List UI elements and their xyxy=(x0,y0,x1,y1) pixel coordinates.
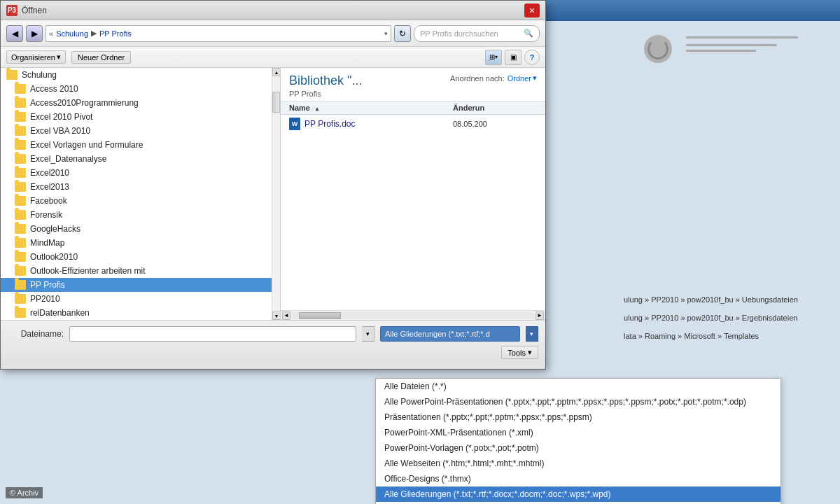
library-title: Bibliothek "... xyxy=(289,74,362,88)
dropdown-menu-item[interactable]: PowerPoint-XML-Präsentationen (*.xml) xyxy=(376,425,780,440)
folder-item-label: Excel 2010 Pivot xyxy=(30,112,92,122)
close-button[interactable]: × xyxy=(524,4,540,18)
folder-icon xyxy=(15,98,26,108)
folder-item[interactable]: Forensik xyxy=(1,208,272,222)
forward-icon: ▶ xyxy=(31,29,38,38)
folder-item[interactable]: relDatenbanken xyxy=(1,306,272,320)
address-chevron: ▶ xyxy=(91,29,97,38)
folder-item-label: Access2010Programmierung xyxy=(30,98,139,108)
breadcrumb-bg: ulung » PP2010 » pow2010f_bu » Uebungsda… xyxy=(624,295,798,350)
scroll-thumb[interactable] xyxy=(272,92,280,113)
dialog-title: Öffnen xyxy=(22,6,523,15)
filetype-select[interactable]: Alle Gliederungen (*.txt;*.rtf;*.d xyxy=(380,326,520,342)
folder-item[interactable]: Facebook xyxy=(1,194,272,208)
folder-icon xyxy=(15,266,26,276)
bg-line-2 xyxy=(686,44,777,46)
organize-arrow-icon: ▾ xyxy=(57,52,61,62)
folder-item[interactable]: Excel VBA 2010 xyxy=(1,124,272,138)
folder-item[interactable]: PP Profis xyxy=(1,278,272,292)
folder-item[interactable]: Access2010Programmierung xyxy=(1,96,272,110)
filetype-dropdown-menu: Alle Dateien (*.*)Alle PowerPoint-Präsen… xyxy=(375,378,781,504)
address-part-profis: PP Profis xyxy=(99,29,132,38)
folder-icon xyxy=(15,182,26,192)
organize-button[interactable]: Organisieren ▾ xyxy=(6,50,66,64)
dropdown-menu-item[interactable]: Alle Webseiten (*.htm;*.html;*.mht;*.mht… xyxy=(376,456,780,471)
breadcrumb-item: lata » Roaming » Microsoft » Templates xyxy=(624,332,798,340)
folder-item[interactable]: Outlook-Effizienter arbeiten mit xyxy=(1,264,272,278)
file-date-label: 08.05.200 xyxy=(453,120,537,128)
dropdown-menu-item[interactable]: Alle Gliederungen (*.txt;*.rtf;*.docx;*.… xyxy=(376,486,780,502)
scroll-thumb[interactable] xyxy=(299,312,341,319)
folder-item[interactable]: Access 2010 xyxy=(1,82,272,96)
address-bar[interactable]: « Schulung ▶ PP Profis ▾ xyxy=(46,25,391,42)
filetype-label: Alle Gliederungen (*.txt;*.rtf;*.d xyxy=(385,330,490,338)
scroll-right-button[interactable]: ► xyxy=(536,312,544,320)
folder-icon xyxy=(15,126,26,136)
refresh-button[interactable]: ↻ xyxy=(394,25,411,42)
tools-button[interactable]: Tools ▾ xyxy=(501,346,538,359)
left-panel: SchulungAccess 2010Access2010Programmier… xyxy=(1,68,281,320)
folder-item[interactable]: Excel Vorlagen und Formulare xyxy=(1,138,272,152)
folder-item-label: PP Profis xyxy=(30,280,65,290)
filename-label: Dateiname: xyxy=(8,329,64,339)
panel-button[interactable]: ▣ xyxy=(505,50,522,65)
folder-item[interactable]: Excel2013 xyxy=(1,180,272,194)
folder-icon xyxy=(15,224,26,234)
main-content: SchulungAccess 2010Access2010Programmier… xyxy=(1,68,545,320)
view-dropdown-arrow: ▾ xyxy=(495,54,498,60)
folder-item-label: Forensik xyxy=(30,210,62,220)
forward-button[interactable]: ▶ xyxy=(26,25,43,42)
dropdown-menu-item[interactable]: PowerPoint-Vorlagen (*.potx;*.pot;*.potm… xyxy=(376,440,780,456)
folder-item-label: Excel_Datenanalyse xyxy=(30,154,106,164)
folder-list: SchulungAccess 2010Access2010Programmier… xyxy=(1,68,272,320)
filename-row: Dateiname: ▾ Alle Gliederungen (*.txt;*.… xyxy=(8,326,538,342)
folder-icon xyxy=(15,308,26,318)
dropdown-menu-item[interactable]: Präsentationen (*.pptx;*.ppt;*.pptm;*.pp… xyxy=(376,410,780,425)
help-button[interactable]: ? xyxy=(524,50,540,65)
folder-item-label: Outlook-Effizienter arbeiten mit xyxy=(30,266,146,276)
open-dialog: P3 Öffnen × ◀ ▶ « Schulung ▶ PP Profis ▾… xyxy=(0,0,546,370)
arrange-label: Anordnen nach: xyxy=(450,74,505,83)
folder-item[interactable]: GoogleHacks xyxy=(1,222,272,236)
folder-icon xyxy=(6,70,18,80)
folder-item-label: Access 2010 xyxy=(30,84,78,94)
folder-item[interactable]: Excel_Datenanalyse xyxy=(1,152,272,166)
title-bar: P3 Öffnen × xyxy=(1,1,545,20)
dialog-icon: P3 xyxy=(6,5,18,16)
scroll-down-button[interactable]: ▼ xyxy=(272,312,281,320)
arrange-value-button[interactable]: Ordner ▾ xyxy=(507,74,537,83)
filename-dropdown-arrow[interactable]: ▾ xyxy=(362,326,374,342)
back-button[interactable]: ◀ xyxy=(6,25,23,42)
folder-item[interactable]: MindMap xyxy=(1,236,272,250)
folder-item[interactable]: Excel2010 xyxy=(1,166,272,180)
vertical-scrollbar[interactable]: ▲ ▼ xyxy=(272,68,280,320)
view-button[interactable]: ⊞ ▾ xyxy=(485,50,502,65)
dropdown-menu-item[interactable]: Alle Dateien (*.*) xyxy=(376,379,780,394)
folder-item[interactable]: Excel 2010 Pivot xyxy=(1,110,272,124)
file-item[interactable]: WPP Profis.doc08.05.200 xyxy=(281,115,545,133)
filetype-dropdown-arrow[interactable]: ▾ xyxy=(526,326,538,342)
horizontal-scrollbar[interactable]: ◄ ► xyxy=(281,310,545,320)
scroll-left-button[interactable]: ◄ xyxy=(282,312,290,320)
folder-item-label: PP2010 xyxy=(30,294,60,304)
address-separator: « xyxy=(49,29,53,38)
folder-item-label: Excel Vorlagen und Formulare xyxy=(30,140,143,150)
help-icon: ? xyxy=(530,53,535,62)
folder-icon xyxy=(15,210,26,220)
folder-item-label: Excel2010 xyxy=(30,168,69,178)
address-dropdown-arrow[interactable]: ▾ xyxy=(384,30,388,37)
tools-label: Tools xyxy=(507,349,526,357)
folder-item[interactable]: PP2010 xyxy=(1,292,272,306)
search-bar[interactable]: PP Profis durchsuchen 🔍 xyxy=(414,25,540,42)
dropdown-menu-item[interactable]: Alle PowerPoint-Präsentationen (*.pptx;*… xyxy=(376,394,780,410)
folder-item[interactable]: Outlook2010 xyxy=(1,250,272,264)
library-subtitle: PP Profis xyxy=(289,90,362,98)
col-date-header: Änderun xyxy=(453,104,537,112)
filename-input[interactable] xyxy=(69,326,356,342)
folder-parent-item[interactable]: Schulung xyxy=(1,68,272,82)
dropdown-menu-item[interactable]: Office-Designs (*.thmx) xyxy=(376,471,780,486)
folder-icon xyxy=(15,280,26,290)
new-folder-button[interactable]: Neuer Ordner xyxy=(71,51,131,64)
scroll-up-button[interactable]: ▲ xyxy=(272,68,281,76)
panel-icon: ▣ xyxy=(510,53,517,61)
